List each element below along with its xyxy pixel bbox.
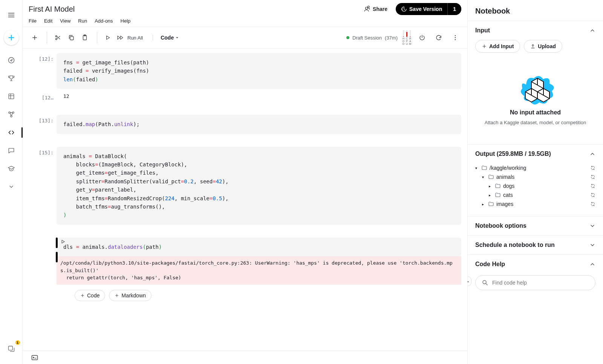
no-input-subtitle: Attach a Kaggle dataset, model, or compe… (485, 120, 586, 125)
paste-button[interactable] (79, 32, 91, 44)
nav-discussions-button[interactable] (4, 143, 19, 158)
menu-bar: File Edit View Run Add-ons Help (29, 15, 461, 27)
notebook-title[interactable]: First AI Model (29, 3, 75, 15)
restart-button[interactable] (433, 32, 445, 44)
code-editor[interactable]: animals = DataBlock( blocks=(ImageBlock,… (57, 147, 461, 225)
hamburger-menu-button[interactable] (4, 8, 19, 23)
power-button[interactable] (416, 32, 428, 44)
upload-button[interactable]: Upload (524, 40, 562, 53)
folder-icon (488, 201, 494, 207)
tree-sync-button[interactable] (590, 201, 595, 207)
console-icon (31, 354, 38, 361)
copy-button[interactable] (65, 32, 77, 44)
svg-point-11 (455, 35, 456, 36)
nav-competitions-button[interactable] (4, 71, 19, 86)
menu-run[interactable]: Run (78, 18, 87, 24)
nav-models-button[interactable] (4, 107, 19, 122)
console-toggle-button[interactable] (29, 352, 41, 364)
sync-icon (590, 201, 595, 207)
no-input-placeholder: No input attached Attach a Kaggle datase… (475, 64, 595, 137)
notebook-cells[interactable]: [12]:fns = get_image_files(path) failed … (23, 49, 467, 350)
menu-icon (8, 11, 15, 19)
notebook-cell[interactable]: [12]:fns = get_image_files(path) failed … (23, 52, 467, 90)
tree-sync-button[interactable] (590, 174, 595, 180)
tree-item[interactable]: ▸ dogs (475, 181, 595, 190)
tree-caret-icon: ▸ (489, 193, 493, 197)
panel-title: Notebook (468, 0, 603, 21)
tree-item[interactable]: ▾ /kaggle/working (475, 163, 595, 172)
plus-icon (7, 34, 15, 42)
create-button[interactable] (4, 30, 19, 45)
meter-ram: RAM (409, 30, 412, 45)
cell-type-dropdown[interactable]: Code (158, 35, 182, 41)
save-label: Save Version (409, 6, 442, 12)
stack-icon (8, 345, 15, 353)
notebook-cell[interactable]: [12…12 (23, 90, 467, 102)
session-status[interactable]: Draft Session (37m) (346, 35, 398, 41)
cut-button[interactable] (52, 32, 64, 44)
nav-code-button[interactable] (4, 125, 19, 140)
codehelp-search-input[interactable] (492, 280, 589, 286)
notebook-cell[interactable]: [15]:animals = DataBlock( blocks=(ImageB… (23, 145, 467, 226)
input-section-header[interactable]: Input (468, 21, 603, 40)
more-options-button[interactable] (449, 32, 461, 44)
nav-active-events-button[interactable]: 1 (4, 341, 19, 356)
nav-home-button[interactable] (4, 53, 19, 68)
options-section-header[interactable]: Notebook options (468, 216, 603, 235)
menu-view[interactable]: View (60, 18, 70, 24)
output-section: Output (259.8MB / 19.5GB) ▾ /kaggle/work… (468, 145, 603, 216)
save-count[interactable]: 1 (447, 3, 461, 15)
notebook-cell[interactable]: [13]:failed.map(Path.unlink); (23, 113, 467, 135)
share-button[interactable]: Share (360, 3, 391, 15)
tree-sync-button[interactable] (590, 165, 595, 171)
menu-addons[interactable]: Add-ons (95, 18, 113, 24)
add-code-cell-button[interactable]: Code (75, 290, 105, 301)
nav-more-button[interactable] (4, 179, 19, 194)
add-cell-button[interactable] (29, 32, 41, 44)
run-cell-inline-button[interactable] (60, 239, 66, 244)
chevron-up-icon (589, 151, 595, 157)
nav-datasets-button[interactable] (4, 89, 19, 104)
codehelp-search[interactable] (475, 275, 595, 290)
panel-collapse-handle[interactable]: ▸ (467, 276, 471, 286)
main-area: First AI Model Share Save Version 1 (23, 0, 467, 364)
tree-item[interactable]: ▸ cats (475, 190, 595, 200)
code-editor[interactable]: fns = get_image_files(path) failed = ver… (57, 53, 461, 89)
events-badge: 1 (15, 340, 20, 345)
tree-sync-button[interactable] (590, 192, 595, 198)
code-icon (8, 129, 15, 136)
resource-meters: HDDCPURAM (402, 30, 412, 45)
code-editor[interactable]: dls = animals.dataloaders(path) (57, 238, 461, 256)
save-version-button[interactable]: Save Version 1 (396, 3, 461, 15)
share-icon (364, 6, 370, 12)
schedule-section-header[interactable]: Schedule a notebook to run (468, 236, 603, 254)
run-cell-button[interactable] (102, 32, 114, 44)
menu-edit[interactable]: Edit (44, 18, 52, 24)
add-markdown-cell-button[interactable]: Markdown (109, 290, 152, 301)
codehelp-section-header[interactable]: Code Help (468, 255, 603, 274)
code-editor[interactable]: failed.map(Path.unlink); (57, 115, 461, 134)
tree-item[interactable]: ▸ images (475, 200, 595, 209)
notebook-cell[interactable]: dls = animals.dataloaders(path)/opt/cond… (23, 236, 467, 286)
run-all-button[interactable]: Run All (115, 32, 147, 44)
more-vertical-icon (452, 34, 459, 41)
menu-help[interactable]: Help (121, 18, 131, 24)
add-input-button[interactable]: Add Input (475, 40, 520, 53)
menu-file[interactable]: File (29, 18, 37, 24)
tree-caret-icon: ▸ (489, 184, 493, 188)
tree-item-label: cats (503, 192, 513, 198)
play-icon (105, 35, 111, 41)
session-label: Draft Session (352, 35, 382, 41)
upload-label: Upload (538, 43, 556, 49)
toolbar: Run All Code Draft Session (37m) HDDCPUR… (23, 27, 467, 49)
svg-rect-14 (32, 355, 38, 360)
output-section-header[interactable]: Output (259.8MB / 19.5GB) (468, 145, 603, 163)
tree-item-label: /kaggle/working (490, 165, 526, 171)
tree-sync-button[interactable] (590, 183, 595, 189)
cell-prompt: [12]: (39, 56, 54, 62)
plus-icon (115, 293, 119, 298)
copy-icon (68, 34, 75, 41)
nav-learn-button[interactable] (4, 161, 19, 176)
chevron-up-icon (589, 27, 595, 34)
tree-item[interactable]: ▾ animals (475, 172, 595, 181)
